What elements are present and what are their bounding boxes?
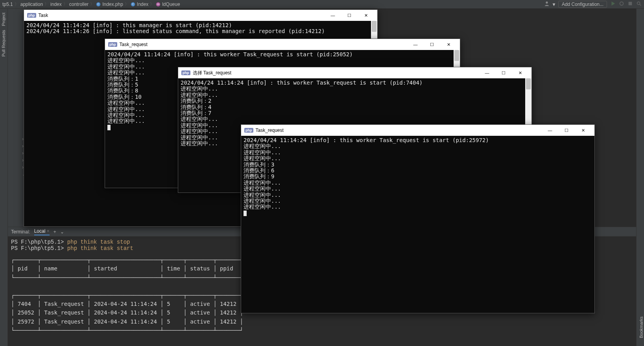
window-title: 选择 Task_request bbox=[193, 70, 232, 76]
minimize-button[interactable]: — bbox=[479, 67, 495, 78]
search-icon[interactable] bbox=[636, 1, 642, 7]
console-body[interactable]: 2024/04/24 11:14:24 [info] : this worker… bbox=[241, 136, 594, 313]
close-button[interactable]: ✕ bbox=[575, 125, 591, 136]
minimize-button[interactable]: — bbox=[407, 39, 424, 50]
minimize-button[interactable]: — bbox=[325, 10, 341, 21]
php-icon: php bbox=[244, 128, 253, 133]
breadcrumb[interactable]: tp5.1 〉 application 〉 index 〉 controller… bbox=[2, 1, 180, 7]
close-button[interactable]: ✕ bbox=[512, 67, 528, 78]
titlebar[interactable]: php 选择 Task_request — ☐ ✕ bbox=[178, 67, 531, 78]
titlebar[interactable]: php Task — ☐ ✕ bbox=[24, 10, 377, 21]
terminal-new-tab[interactable]: + bbox=[54, 229, 56, 235]
breadcrumb-app[interactable]: application bbox=[20, 2, 43, 7]
close-button[interactable]: ✕ bbox=[440, 39, 457, 50]
svg-marker-7 bbox=[612, 2, 615, 6]
navbar-right: ▾ Add Configuration... bbox=[544, 1, 642, 8]
left-toolbar: Project Pull Requests bbox=[0, 9, 8, 346]
svg-point-6 bbox=[546, 2, 548, 4]
console-text: 2024/04/24 11:14:24 [info] : this manage… bbox=[26, 22, 325, 34]
pull-requests-tool-tab[interactable]: Pull Requests bbox=[1, 30, 6, 57]
svg-point-8 bbox=[620, 2, 624, 6]
breadcrumb-sep: 〉 bbox=[90, 1, 94, 7]
maximize-button[interactable]: ☐ bbox=[424, 39, 440, 50]
terminal-tab-local[interactable]: Local × bbox=[34, 228, 50, 235]
svg-text:m: m bbox=[157, 3, 159, 6]
maximize-button[interactable]: ☐ bbox=[341, 10, 358, 21]
breadcrumb-sep: 〉 bbox=[150, 1, 154, 7]
ide-navbar: tp5.1 〉 application 〉 index 〉 controller… bbox=[0, 0, 644, 9]
user-icon[interactable] bbox=[544, 1, 550, 7]
class-icon: C bbox=[96, 2, 101, 7]
navbar-caret[interactable]: ▾ bbox=[553, 2, 555, 7]
prompt: PS F:\php\tp5.1> bbox=[11, 245, 64, 252]
maximize-button[interactable]: ☐ bbox=[558, 125, 575, 136]
breadcrumb-sep: 〉 bbox=[63, 1, 68, 7]
run-icon[interactable] bbox=[610, 1, 616, 7]
maximize-button[interactable]: ☐ bbox=[495, 67, 512, 78]
terminal-tab-label: Local bbox=[34, 228, 46, 234]
svg-rect-9 bbox=[629, 2, 632, 6]
window-title: Task_request bbox=[256, 128, 284, 133]
stop-icon[interactable] bbox=[627, 1, 633, 7]
svg-text:C: C bbox=[132, 3, 134, 6]
titlebar[interactable]: php Task_request — ☐ ✕ bbox=[241, 125, 594, 136]
console-window-task-request-3[interactable]: php Task_request — ☐ ✕ 2024/04/24 11:14:… bbox=[241, 124, 595, 313]
breadcrumb-project[interactable]: tp5.1 bbox=[2, 2, 13, 7]
window-title: Task bbox=[39, 13, 48, 18]
scrollbar-thumb[interactable] bbox=[454, 50, 459, 61]
php-icon: php bbox=[181, 70, 190, 75]
add-configuration-button[interactable]: Add Configuration... bbox=[558, 1, 607, 8]
close-button[interactable]: ✕ bbox=[358, 10, 374, 21]
breadcrumb-class[interactable]: Index bbox=[137, 2, 148, 7]
scrollbar-thumb[interactable] bbox=[372, 21, 376, 32]
window-title: Task_request bbox=[120, 42, 148, 47]
minimize-button[interactable]: — bbox=[542, 125, 558, 136]
scrollbar-thumb[interactable] bbox=[526, 78, 531, 89]
bookmarks-tool-tab[interactable]: Bookmarks bbox=[639, 316, 644, 338]
cursor bbox=[244, 211, 247, 216]
breadcrumb-sep: 〉 bbox=[15, 1, 19, 7]
command: php think task start bbox=[67, 245, 133, 252]
svg-text:C: C bbox=[98, 3, 100, 6]
console-text: 2024/04/24 11:14:24 [info] : this worker… bbox=[244, 137, 489, 210]
prompt: PS F:\php\tp5.1> bbox=[11, 239, 64, 245]
cursor bbox=[107, 125, 111, 130]
terminal-label: Terminal: bbox=[11, 229, 30, 235]
php-icon: php bbox=[27, 13, 36, 18]
debug-icon[interactable] bbox=[619, 1, 624, 7]
terminal-dropdown[interactable]: ⌄ bbox=[60, 229, 64, 235]
right-toolbar: Bookmarks bbox=[636, 9, 644, 346]
breadcrumb-index[interactable]: index bbox=[50, 2, 62, 7]
titlebar[interactable]: php Task_request — ☐ ✕ bbox=[105, 39, 460, 50]
svg-line-11 bbox=[640, 4, 641, 6]
method-icon: m bbox=[156, 2, 161, 7]
breadcrumb-controller[interactable]: controller bbox=[69, 2, 89, 7]
breadcrumb-sep: 〉 bbox=[125, 1, 129, 7]
php-icon: php bbox=[108, 42, 117, 47]
project-tool-tab[interactable]: Project bbox=[1, 13, 6, 26]
svg-point-10 bbox=[637, 2, 640, 5]
command: php think task stop bbox=[67, 239, 130, 245]
breadcrumb-file[interactable]: Index.php bbox=[102, 2, 123, 7]
close-icon[interactable]: × bbox=[47, 228, 50, 234]
breadcrumb-method[interactable]: ldQueue bbox=[162, 2, 180, 7]
class-icon: C bbox=[131, 2, 135, 7]
breadcrumb-sep: 〉 bbox=[44, 1, 49, 7]
